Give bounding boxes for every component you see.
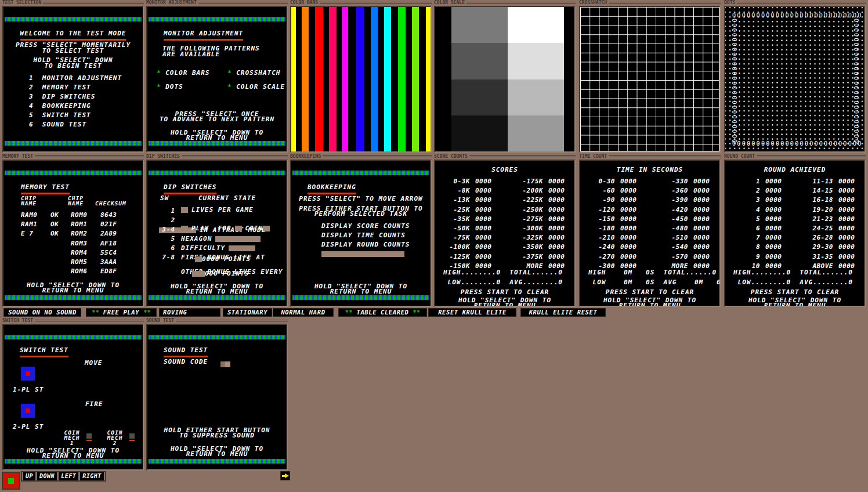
sprite-banner [5, 335, 142, 339]
gray-swatch [451, 79, 508, 115]
count-value: 0000 [473, 215, 504, 224]
count-value: 0000 [836, 243, 866, 252]
count-range: -35K [441, 215, 470, 224]
count-value: 0000 [836, 252, 866, 262]
panel-switch-test: SWITCH TEST SWITCH TEST MOVE 1-PL ST FIR… [2, 318, 144, 471]
count-range: 21-23 [797, 215, 833, 224]
count-value: 0000 [546, 205, 576, 215]
chip-name-cell: ROM1 [71, 220, 97, 229]
menu-item-memory-test[interactable]: 2 MEMORY TEST [29, 83, 122, 92]
color-bar [342, 7, 349, 151]
panel-memory-test: MEMORY TEST MEMORY TEST CHIP NAME CHIP N… [2, 154, 144, 307]
count-range: -210 [586, 233, 615, 243]
button-center-light [26, 371, 30, 376]
count-value: 0000 [618, 252, 649, 262]
frame-line [43, 2, 144, 3]
title-underline [21, 193, 70, 194]
sprite-banner [149, 141, 285, 146]
checksum-cell: 8643 [100, 211, 141, 220]
count-range: -275K [507, 215, 543, 224]
task-display-time-counts[interactable]: DISPLAY TIME COUNTS [321, 231, 410, 240]
count-value: 0000 [618, 205, 649, 215]
sprite-banner [149, 295, 285, 300]
task-display-round-counts[interactable]: DISPLAY ROUND COUNTS [321, 240, 410, 249]
sprite-banner [149, 171, 285, 175]
menu-item-bookkeeping[interactable]: 4 BOOKKEEPING [29, 102, 122, 111]
count-range: -270 [586, 252, 615, 262]
count-range: -200K [507, 186, 543, 196]
count-value: 0000 [836, 177, 866, 186]
chip-name-cell [21, 248, 48, 258]
count-value: 0000 [618, 215, 649, 224]
arrow-chip [280, 471, 290, 480]
count-range: 31-35 [797, 252, 833, 262]
count-value: 0000 [473, 243, 504, 252]
menu-item-switch-test[interactable]: 5 SWITCH TEST [29, 111, 122, 120]
checksum-cell: AF18 [100, 239, 141, 248]
menu-item-dip-switches[interactable]: 3 DIP SWITCHES [29, 92, 122, 102]
dip-strip-chip-krull-elite-reset[interactable]: KRULL ELITE RESET [520, 308, 606, 317]
count-value: 0000 [473, 233, 504, 243]
count-value: 0000 [836, 233, 866, 243]
footer-line: RETURN TO MENU [147, 135, 287, 141]
dip-strip-chip-reset-krull-elite[interactable]: RESET KRULL ELITE [428, 308, 516, 317]
dip-strip-label: STATIONARY [227, 309, 267, 316]
frame-line [323, 155, 432, 157]
instruction-line: ARE AVAILABLE [162, 51, 220, 58]
count-value: 0000 [546, 243, 576, 252]
dip-strip-chip-stationary[interactable]: STATIONARY [223, 308, 272, 317]
menu-item-sound-test[interactable]: 6 SOUND TEST [29, 120, 122, 129]
coin-switch-1-indicator [86, 433, 92, 439]
count-value: 0000 [618, 196, 649, 205]
column-header: SW [160, 195, 169, 202]
task-display-score-counts[interactable]: DISPLAY SCORE COUNTS [321, 222, 410, 231]
frame-label-text: DOTS [724, 1, 735, 5]
count-range: -450 [652, 215, 688, 224]
coin-switch-2-underline [129, 440, 135, 441]
frame-label-text: SOUND TEST [146, 319, 174, 323]
footer-line: RETURN TO MENU [147, 289, 287, 295]
dip-text: 0000 POINTS [202, 256, 251, 263]
dip-switch-row-line2: 0000 POINTS [195, 256, 254, 263]
menu-item-monitor-adjustment[interactable]: 1 MONITOR ADJUSTMENT [29, 74, 122, 83]
frame-label: COLOR SCALE [434, 0, 576, 5]
dip-current-state: LIVES PER GAME [181, 207, 257, 214]
bookkeeping-screen: BOOKKEEPING PRESS "SELECT" TO MOVE ARROW… [290, 160, 432, 307]
stats-line: HIGH 0M 0S TOTAL......0 [588, 269, 717, 276]
frame-label-text: SCORE COUNTS [434, 154, 468, 159]
memory-table: RAM0OKROM08643RAM1OKROM1021FE 7OKROM22A8… [21, 211, 141, 276]
count-range: -510 [652, 233, 688, 243]
crosshatch-pattern [579, 6, 721, 153]
dip-strip-chip-sound-on-no-sound[interactable]: SOUND ON NO SOUND [3, 308, 81, 317]
count-value: 0000 [763, 252, 794, 262]
title-row: SOUND TEST [164, 343, 208, 357]
count-value: 0000 [546, 252, 576, 262]
count-range: 11-13 [797, 177, 833, 186]
coin-word: 2 [103, 440, 126, 446]
gray-swatch [451, 7, 508, 43]
color-bar [302, 7, 309, 151]
frame-label-text: SWITCH TEST [2, 319, 33, 323]
count-value: 0000 [836, 215, 866, 224]
panel-score-counts: SCORE COUNTS SCORES 0-3K0000-175K0000-8K… [434, 154, 576, 307]
chip-status-cell: OK [50, 211, 68, 220]
count-value: 0000 [691, 177, 721, 186]
stats-line: LOW........0 AVG........0 [733, 279, 853, 286]
checksum-cell: 2A89 [100, 229, 141, 238]
dip-strip-chip-free-play[interactable]: **FREE PLAY** [86, 308, 157, 317]
stats-line: HIGH........0 TOTAL......0 [443, 269, 563, 276]
count-value: 0000 [473, 196, 504, 205]
dip-strip-chip-table-cleared[interactable]: **TABLE CLEARED** [338, 308, 427, 317]
pattern-item-color-bars: * COLOR BARS [157, 70, 227, 77]
dip-text: LIVES PER GAME [191, 207, 254, 214]
coin-word: 1 [60, 440, 84, 446]
chip-status-cell [50, 267, 68, 276]
star-icon: ** [92, 309, 99, 316]
count-range: 16-18 [797, 196, 833, 205]
frame-label-text: MEMORY TEST [2, 154, 33, 159]
task-list: DISPLAY SCORE COUNTSDISPLAY TIME COUNTSD… [321, 222, 410, 249]
dip-strip-chip-roving[interactable]: ROVING [159, 308, 220, 317]
color-bars-pattern [290, 6, 432, 153]
dip-strip-chip-normal-hard[interactable]: NORMAL HARD [273, 308, 334, 317]
star-icon: * [227, 69, 232, 77]
